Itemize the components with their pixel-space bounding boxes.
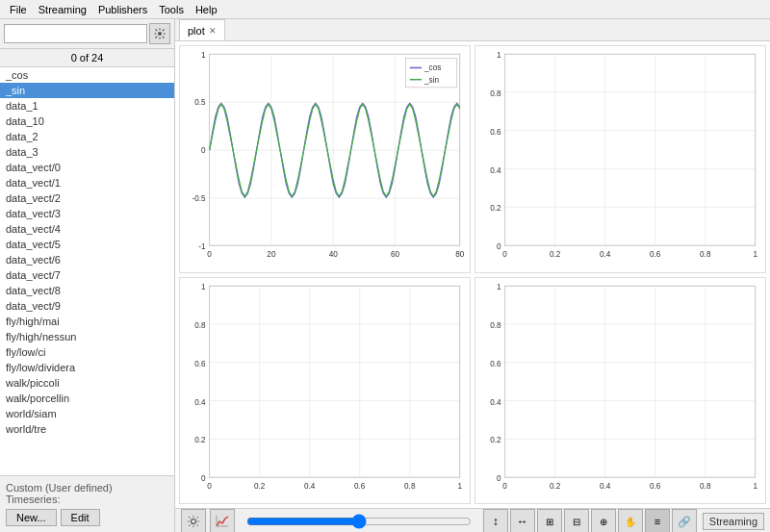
- menubar: File Streaming Publishers Tools Help: [0, 0, 770, 19]
- list-item[interactable]: _sin: [0, 83, 174, 98]
- list-item[interactable]: data_10: [0, 114, 174, 129]
- bottom-toolbar: ↕ ↔ ⊞ ⊟ ⊕ ✋ ≡ 🔗 Streaming: [175, 508, 770, 532]
- svg-text:0.6: 0.6: [354, 482, 366, 491]
- list-item[interactable]: fly/low/ci: [0, 344, 174, 360]
- timeline-slider-container: [239, 514, 479, 529]
- svg-point-102: [192, 519, 196, 524]
- svg-text:0.4: 0.4: [600, 482, 611, 491]
- svg-text:0.8: 0.8: [404, 482, 416, 491]
- svg-text:_cos: _cos: [424, 64, 441, 73]
- table-view-button[interactable]: ≡: [645, 509, 670, 532]
- svg-text:1: 1: [754, 250, 758, 259]
- fit-width-button[interactable]: ⊟: [564, 509, 589, 532]
- svg-text:1: 1: [497, 51, 501, 60]
- svg-text:0.2: 0.2: [550, 482, 561, 491]
- list-item[interactable]: data_1: [0, 98, 174, 114]
- timeline-slider[interactable]: [246, 514, 472, 529]
- fit-height-button[interactable]: ⊞: [537, 509, 562, 532]
- svg-text:0.6: 0.6: [650, 482, 661, 491]
- svg-text:0.4: 0.4: [490, 397, 501, 406]
- custom-label: Custom (User defined) Timeseries:: [6, 482, 168, 505]
- plots-container: 1 0.5 0 -0.5 -1 0 20 40 60 80: [179, 45, 766, 504]
- search-input[interactable]: [4, 24, 147, 43]
- svg-text:-0.5: -0.5: [192, 194, 206, 203]
- list-item[interactable]: data_2: [0, 129, 174, 144]
- list-item[interactable]: data_vect/6: [0, 252, 174, 267]
- svg-text:80: 80: [455, 250, 465, 259]
- list-item[interactable]: data_vect/0: [0, 160, 174, 175]
- custom-buttons: New... Edit: [6, 509, 168, 526]
- search-bar: [0, 19, 174, 49]
- link-button[interactable]: 🔗: [672, 509, 697, 532]
- svg-text:0.2: 0.2: [194, 436, 206, 444]
- svg-text:1: 1: [201, 283, 206, 291]
- tab-close-icon[interactable]: ✕: [209, 26, 217, 36]
- svg-text:0.8: 0.8: [490, 89, 501, 98]
- pan-button[interactable]: ✋: [618, 509, 643, 532]
- right-panel: plot ✕: [175, 19, 770, 532]
- svg-text:0.6: 0.6: [194, 360, 206, 368]
- list-item[interactable]: data_3: [0, 144, 174, 160]
- list-item[interactable]: walk/piccoli: [0, 375, 174, 391]
- new-button[interactable]: New...: [6, 509, 57, 526]
- streaming-status-label: Streaming: [703, 513, 764, 530]
- svg-text:0.4: 0.4: [304, 482, 316, 491]
- list-item[interactable]: data_vect/4: [0, 221, 174, 237]
- svg-text:0: 0: [201, 146, 206, 155]
- svg-rect-52: [210, 286, 460, 477]
- chart-toolbar-button[interactable]: [210, 509, 235, 532]
- list-item[interactable]: _cos: [0, 67, 174, 83]
- svg-text:0.8: 0.8: [700, 250, 711, 259]
- svg-rect-77: [505, 286, 756, 477]
- left-panel: 0 of 24 _cos_sindata_1data_10data_2data_…: [0, 19, 175, 532]
- list-item[interactable]: fly/high/nessun: [0, 329, 174, 344]
- svg-rect-27: [505, 54, 756, 245]
- menu-file[interactable]: File: [4, 2, 33, 17]
- svg-text:1: 1: [497, 283, 501, 291]
- list-item[interactable]: world/siam: [0, 406, 174, 421]
- svg-text:1: 1: [201, 51, 206, 60]
- edit-button[interactable]: Edit: [61, 509, 100, 526]
- list-item[interactable]: fly/high/mai: [0, 314, 174, 329]
- toolbar-right-buttons: ↕ ↔ ⊞ ⊟ ⊕ ✋ ≡ 🔗 Streaming: [483, 509, 764, 532]
- tab-plot[interactable]: plot ✕: [179, 19, 225, 40]
- list-item[interactable]: fly/low/dividera: [0, 360, 174, 375]
- svg-text:0: 0: [502, 250, 507, 259]
- plot-bottom-left: 1 0.8 0.6 0.4 0.2 0 0 0.2 0.4 0.6 0.8 1: [179, 277, 471, 505]
- svg-text:0.8: 0.8: [194, 321, 206, 330]
- list-item[interactable]: data_vect/9: [0, 298, 174, 314]
- menu-publishers[interactable]: Publishers: [92, 2, 153, 17]
- list-item[interactable]: data_vect/3: [0, 206, 174, 221]
- zoom-button[interactable]: ⊕: [591, 509, 616, 532]
- gear-button[interactable]: [149, 23, 170, 44]
- item-list[interactable]: _cos_sindata_1data_10data_2data_3data_ve…: [0, 67, 174, 475]
- menu-streaming[interactable]: Streaming: [33, 2, 92, 17]
- svg-text:20: 20: [267, 250, 276, 259]
- menu-help[interactable]: Help: [190, 2, 223, 17]
- list-item[interactable]: walk/porcellin: [0, 391, 174, 406]
- vertical-scale-button[interactable]: ↕: [483, 509, 508, 532]
- svg-text:0.2: 0.2: [254, 482, 266, 491]
- svg-text:60: 60: [391, 250, 400, 259]
- list-item[interactable]: data_vect/2: [0, 190, 174, 206]
- settings-toolbar-button[interactable]: [181, 509, 206, 532]
- svg-text:0.6: 0.6: [490, 360, 501, 368]
- svg-text:0.4: 0.4: [194, 397, 206, 406]
- svg-text:0.6: 0.6: [650, 250, 661, 259]
- list-item[interactable]: data_vect/1: [0, 175, 174, 190]
- svg-text:_sin: _sin: [424, 76, 439, 85]
- list-item[interactable]: data_vect/5: [0, 237, 174, 252]
- plot-top-right: 1 0.8 0.6 0.4 0.2 0 0 0.2 0.4 0.6 0.8 1: [475, 45, 766, 273]
- svg-text:0.8: 0.8: [490, 321, 501, 330]
- svg-text:-1: -1: [198, 242, 206, 251]
- svg-text:0: 0: [497, 242, 501, 251]
- list-item[interactable]: data_vect/8: [0, 283, 174, 298]
- svg-text:1: 1: [458, 482, 463, 491]
- horizontal-scale-button[interactable]: ↔: [510, 509, 535, 532]
- svg-text:0: 0: [497, 474, 501, 483]
- list-item[interactable]: world/tre: [0, 421, 174, 437]
- tab-bar: plot ✕: [175, 19, 770, 41]
- menu-tools[interactable]: Tools: [153, 2, 190, 17]
- svg-text:0.2: 0.2: [490, 204, 501, 213]
- list-item[interactable]: data_vect/7: [0, 267, 174, 283]
